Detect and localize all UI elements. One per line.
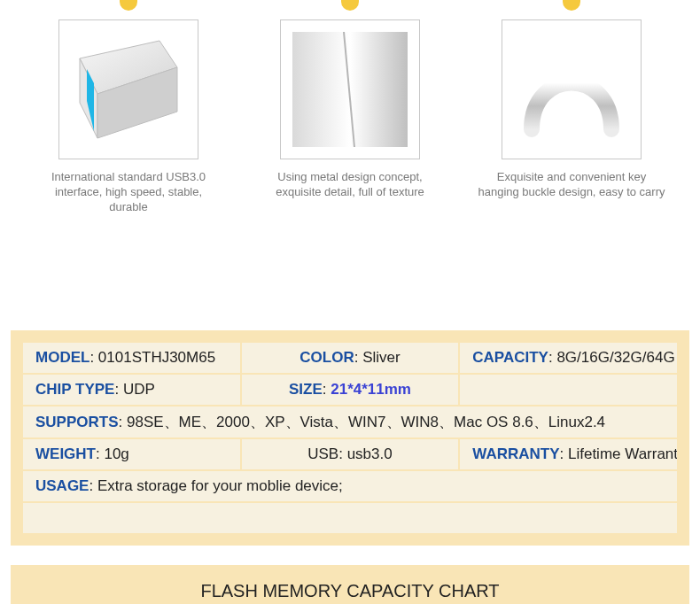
feature-thumb-ring xyxy=(502,19,642,159)
chart-section: FLASH MEMORY CAPACITY CHART CAPACITY Mus… xyxy=(11,565,689,604)
spec-value: : Lifetime Warranty xyxy=(560,445,677,462)
spec-value: : 0101STHJ30M65 xyxy=(89,349,215,366)
spec-value: 21*4*11mm xyxy=(331,381,411,398)
spec-label: CHIP TYPE xyxy=(35,381,114,398)
feature-dot-icon xyxy=(341,0,359,11)
spec-label: COLOR xyxy=(299,349,354,366)
spec-label: SUPPORTS xyxy=(35,414,119,430)
spec-value: : Extra storage for your moblie device; xyxy=(89,477,342,494)
spec-table: MODEL: 0101STHJ30M65 COLOR: Sliver CAPAC… xyxy=(21,341,679,535)
chart-title: FLASH MEMORY CAPACITY CHART xyxy=(21,576,679,604)
spec-label: WARRANTY xyxy=(472,445,559,462)
feature-caption: Using metal design concept, exquisite de… xyxy=(251,170,450,200)
feature-dot-icon xyxy=(120,0,137,11)
spec-cell-empty xyxy=(23,503,677,533)
key-buckle-icon xyxy=(514,32,629,147)
feature-dot-icon xyxy=(563,0,580,11)
spec-colon: : xyxy=(323,381,331,398)
spec-label: USB xyxy=(307,445,338,462)
spec-cell-supports: SUPPORTS: 98SE、ME、2000、XP、Vista、WIN7、WIN… xyxy=(23,407,677,438)
spec-cell-weight: WEIGHT: 10g xyxy=(23,439,240,469)
spec-label: CAPACITY xyxy=(472,349,548,366)
usb-port-icon xyxy=(71,32,186,147)
spec-cell-usage: USAGE: Extra storage for your moblie dev… xyxy=(23,471,677,501)
spec-value: : 10g xyxy=(96,445,129,462)
features-row: International standard USB3.0 interface,… xyxy=(0,0,700,242)
feature-caption: Exquisite and convenient key hanging buc… xyxy=(472,170,672,200)
spec-cell-model: MODEL: 0101STHJ30M65 xyxy=(23,343,240,373)
feature-metal-design: Using metal design concept, exquisite de… xyxy=(251,0,450,215)
metal-edge-icon xyxy=(292,32,408,147)
feature-thumb-usb xyxy=(58,19,198,159)
feature-thumb-metal xyxy=(280,19,420,159)
spec-cell-chip: CHIP TYPE: UDP xyxy=(23,375,240,405)
spacer xyxy=(0,242,700,330)
spec-value: : UDP xyxy=(114,381,154,398)
feature-caption: International standard USB3.0 interface,… xyxy=(29,170,229,215)
spec-cell-color: COLOR: Sliver xyxy=(242,343,459,373)
spec-label: WEIGHT xyxy=(35,445,96,462)
spec-value: : 98SE、ME、2000、XP、Vista、WIN7、WIN8、Mac OS… xyxy=(119,414,606,430)
spec-cell-capacity: CAPACITY: 8G/16G/32G/64G xyxy=(460,343,677,373)
spec-cell-size: SIZE: 21*4*11mm xyxy=(242,375,459,405)
spec-value: : usb3.0 xyxy=(338,445,393,462)
feature-key-buckle: Exquisite and convenient key hanging buc… xyxy=(472,0,672,215)
spec-label: USAGE xyxy=(35,477,89,494)
feature-usb-interface: International standard USB3.0 interface,… xyxy=(29,0,229,215)
spec-cell-usb: USB: usb3.0 xyxy=(242,439,459,469)
spec-cell-warranty: WARRANTY: Lifetime Warranty xyxy=(460,439,677,469)
spec-value: : Sliver xyxy=(354,349,401,366)
spec-label: MODEL xyxy=(35,349,89,366)
spec-section: MODEL: 0101STHJ30M65 COLOR: Sliver CAPAC… xyxy=(11,330,689,546)
spec-value: : 8G/16G/32G/64G xyxy=(548,349,675,366)
spec-label: SIZE xyxy=(289,381,323,398)
spec-cell-empty xyxy=(460,375,677,405)
